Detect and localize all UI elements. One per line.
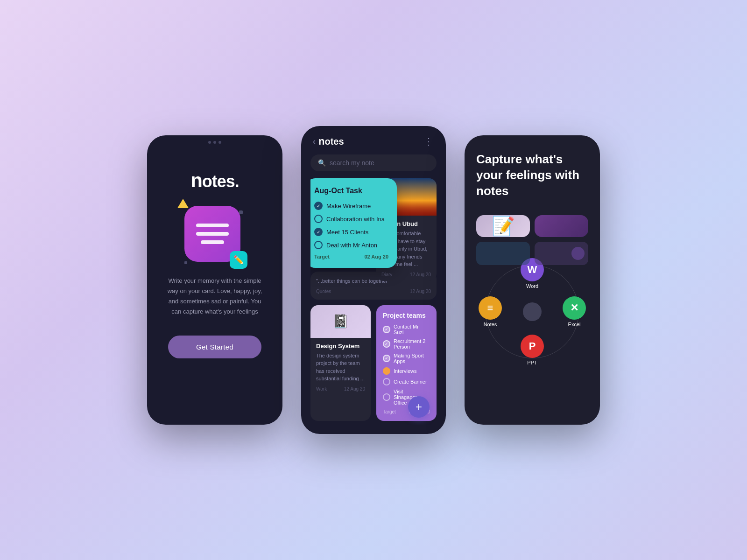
task-item-2: Collaboration with Ina xyxy=(314,215,388,223)
app-title: notes. xyxy=(190,169,239,192)
ppt-icon: P xyxy=(521,335,544,358)
task-check-2 xyxy=(314,215,323,223)
note-line-1 xyxy=(196,224,229,227)
proj-check-2 xyxy=(383,340,390,348)
notes-icon-group[interactable]: ≡ Notes xyxy=(479,296,502,327)
note-line-3 xyxy=(201,240,224,244)
bottom-dot xyxy=(571,247,585,260)
design-title: Design System xyxy=(316,343,365,350)
proj-check-4 xyxy=(383,367,390,375)
proj-label-5: Create Banner xyxy=(394,379,427,385)
ppt-icon-group[interactable]: P PPT xyxy=(521,335,544,365)
pencil-badge: ✏️ xyxy=(230,251,247,269)
notes-icon: ≡ xyxy=(479,296,502,320)
floating-icons-ring: W Word ≡ Notes ✕ Excel xyxy=(476,256,588,368)
task-check-1 xyxy=(314,202,323,210)
task-label-1: Make Wireframe xyxy=(326,203,371,210)
task-label-2: Collaboration with Ina xyxy=(326,216,385,223)
bottom-card-2 xyxy=(535,242,588,265)
proj-check-1 xyxy=(383,326,390,333)
app-icon: ✏️ xyxy=(184,206,245,266)
notes-header: ‹ notes ⋮ xyxy=(310,135,437,147)
fab-button[interactable]: + xyxy=(408,396,430,418)
get-started-button[interactable]: Get Started xyxy=(168,336,261,358)
task-footer: Target 02 Aug 20 xyxy=(314,254,388,259)
search-bar[interactable]: 🔍 search my note xyxy=(310,154,437,171)
task-target-date: 02 Aug 20 xyxy=(364,254,388,259)
proj-check-5 xyxy=(383,378,390,385)
excel-icon-group[interactable]: ✕ Excel xyxy=(563,296,586,327)
bg-card-notebook: 📝 xyxy=(476,215,530,237)
bottom-cards xyxy=(476,242,588,265)
ubud-category: Diary xyxy=(381,272,392,277)
task-check-3 xyxy=(314,228,323,236)
task-item-4: Deal with Mr Anton xyxy=(314,241,388,249)
center-dot xyxy=(523,302,542,321)
notes-scroll-area[interactable]: Aug-Oct Task Make Wireframe Collaboratio… xyxy=(310,178,437,425)
excel-icon: ✕ xyxy=(563,296,586,320)
triangle-decoration xyxy=(177,199,189,208)
ppt-label: PPT xyxy=(527,360,537,365)
task-card: Aug-Oct Task Make Wireframe Collaboratio… xyxy=(310,178,397,268)
bg-card-purple xyxy=(535,215,588,237)
task-label-3: Meet 15 Clients xyxy=(326,229,368,236)
dot-decoration-2 xyxy=(184,261,187,264)
word-label: Word xyxy=(526,283,538,289)
phone-3: Capture what's your feelings with notes … xyxy=(465,135,600,425)
proj-label-4: Interviews xyxy=(394,368,417,374)
proj-target-label: Target xyxy=(383,409,396,414)
bg-cards-grid: 📝 xyxy=(476,210,588,237)
task-check-4 xyxy=(314,241,323,249)
quotes-date: 12 Aug 20 xyxy=(410,289,431,294)
task-label-4: Deal with Mr Anton xyxy=(326,242,377,249)
dot-decoration-1 xyxy=(239,210,243,214)
design-image: 📓 xyxy=(310,305,371,338)
notes-label: Notes xyxy=(484,322,497,327)
phone-1: notes. ✏️ Write your memory with the sim… xyxy=(147,135,282,425)
design-card: 📓 Design System The design system projec… xyxy=(310,305,371,421)
task-item-1: Make Wireframe xyxy=(314,202,388,210)
design-text: The design system project by the team ha… xyxy=(316,352,365,383)
design-date: 12 Aug 20 xyxy=(344,386,365,392)
task-item-3: Meet 15 Clients xyxy=(314,228,388,236)
proj-label-1: Contact Mr Suzi xyxy=(394,324,430,335)
phone-2: ‹ notes ⋮ 🔍 search my note Aug-Oct Task xyxy=(301,126,446,434)
search-placeholder: search my note xyxy=(330,159,374,167)
design-category: Work xyxy=(316,386,327,392)
proj-check-3 xyxy=(383,355,390,362)
notes-title: notes xyxy=(318,135,344,147)
bottom-card-1 xyxy=(476,242,530,265)
quotes-category: Quotes xyxy=(316,289,331,294)
task-card-title: Aug-Oct Task xyxy=(314,187,388,195)
project-title: Project teams xyxy=(383,312,430,319)
menu-button[interactable]: ⋮ xyxy=(424,136,434,147)
excel-label: Excel xyxy=(568,322,581,327)
phone3-headline: Capture what's your feelings with notes xyxy=(476,152,588,199)
note-line-2 xyxy=(196,232,229,236)
proj-label-3: Making Sport Apps xyxy=(394,353,430,364)
ubud-date: 12 Aug 20 xyxy=(410,272,431,277)
back-button[interactable]: ‹ xyxy=(313,137,316,147)
proj-label-2: Recruitment 2 Person xyxy=(394,338,430,350)
task-target-label: Target xyxy=(314,254,330,259)
proj-check-6 xyxy=(383,393,390,401)
app-description: Write your memory with the simple way on… xyxy=(161,276,268,317)
search-icon: 🔍 xyxy=(318,159,326,167)
phone3-grid: 📝 W Word ≡ Notes xyxy=(476,210,588,413)
